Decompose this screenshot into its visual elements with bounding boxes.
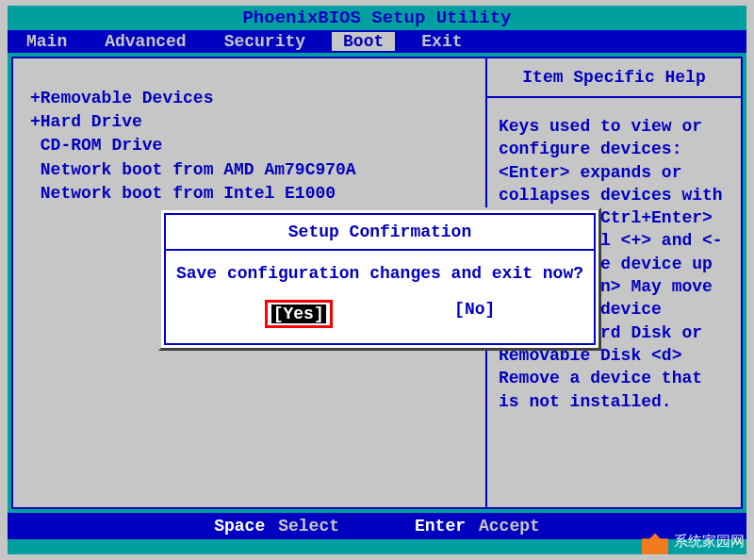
boot-item-net-amd[interactable]: Network boot from AMD Am79C970A <box>30 158 468 182</box>
boot-item-removable[interactable]: +Removable Devices <box>30 87 468 110</box>
yes-button[interactable]: [Yes] <box>271 305 326 323</box>
footer-key-enter: Enter <box>415 517 466 535</box>
confirmation-dialog: Setup Confirmation Save configuration ch… <box>158 207 601 351</box>
house-icon <box>642 528 668 554</box>
help-header: Item Specific Help <box>487 58 741 98</box>
menu-main[interactable]: Main <box>8 32 86 51</box>
boot-item-cdrom[interactable]: CD-ROM Drive <box>30 134 468 157</box>
menu-exit[interactable]: Exit <box>402 32 481 51</box>
watermark-text: 系统家园网 <box>674 533 745 551</box>
footer-label-select: Select <box>278 517 339 535</box>
no-button[interactable]: [No] <box>454 300 495 328</box>
footer-label-accept: Accept <box>479 517 540 535</box>
menu-advanced[interactable]: Advanced <box>86 32 205 51</box>
footer-bar: Space Select Enter Accept <box>8 513 746 539</box>
yes-button-highlight: [Yes] <box>265 300 333 328</box>
menu-security[interactable]: Security <box>205 32 324 51</box>
menu-boot[interactable]: Boot <box>332 32 395 51</box>
dialog-message: Save configuration changes and exit now? <box>166 251 594 300</box>
boot-item-hard-drive[interactable]: +Hard Drive <box>30 110 468 134</box>
menu-bar: Main Advanced Security Boot Exit <box>8 30 746 53</box>
boot-item-net-intel[interactable]: Network boot from Intel E1000 <box>30 182 468 206</box>
bios-title: PhoenixBIOS Setup Utility <box>8 6 746 30</box>
dialog-title: Setup Confirmation <box>166 215 594 251</box>
watermark: 系统家园网 <box>642 528 745 554</box>
footer-key-space: Space <box>214 517 265 535</box>
